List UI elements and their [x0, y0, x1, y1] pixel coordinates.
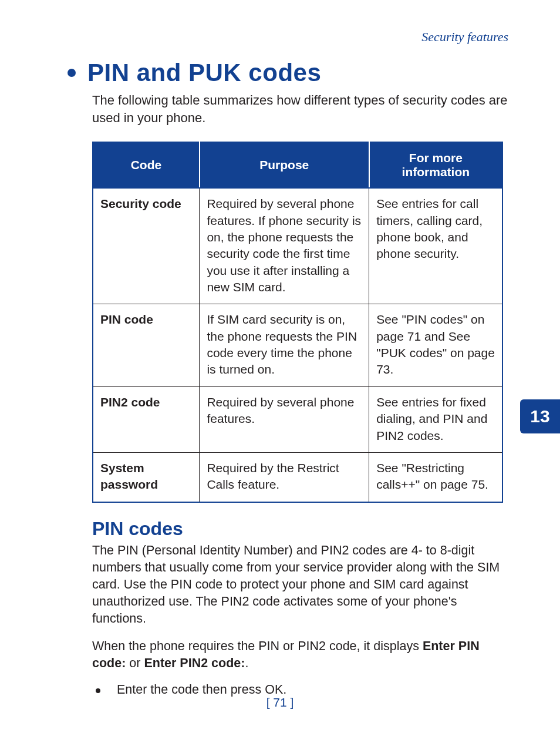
codes-table: Code Purpose For more information Securi…: [92, 142, 503, 502]
cell-info: See "PIN codes" on page 71 and See "PUK …: [369, 304, 502, 386]
cell-code: PIN code: [93, 304, 200, 386]
text: When the phone requires the PIN or PIN2 …: [92, 639, 423, 653]
cell-info: See entries for call timers, calling car…: [369, 188, 502, 304]
text: .: [283, 682, 286, 697]
cell-purpose: If SIM card security is on, the phone re…: [200, 304, 369, 386]
bullet-icon: [96, 688, 100, 693]
table-header-row: Code Purpose For more information: [93, 142, 502, 188]
table-row: System password Required by the Restrict…: [93, 452, 502, 502]
page-title-row: PIN and PUK codes: [68, 59, 508, 87]
page-title: PIN and PUK codes: [87, 59, 321, 87]
paragraph: The PIN (Personal Identity Number) and P…: [92, 542, 508, 627]
table-row: Security code Required by several phone …: [93, 188, 502, 304]
cell-info: See "Restricting calls++" on page 75.: [369, 452, 502, 502]
cell-purpose: Required by several phone features. If p…: [200, 188, 369, 304]
bullet-icon: [68, 69, 76, 77]
table-row: PIN2 code Required by several phone feat…: [93, 386, 502, 452]
cell-code: Security code: [93, 188, 200, 304]
cell-info: See entries for fixed dialing, and PIN a…: [369, 386, 502, 452]
th-purpose: Purpose: [200, 142, 369, 188]
subheading: PIN codes: [92, 518, 508, 540]
cell-code: PIN2 code: [93, 386, 200, 452]
text: Enter the code then press: [117, 682, 265, 697]
page: Security features PIN and PUK codes The …: [0, 0, 560, 733]
table-row: PIN code If SIM card security is on, the…: [93, 304, 502, 386]
cell-purpose: Required by the Restrict Calls feature.: [200, 452, 369, 502]
list-item: Enter the code then press OK.: [92, 682, 508, 697]
paragraph: When the phone requires the PIN or PIN2 …: [92, 638, 508, 672]
intro-paragraph: The following table summarizes how diffe…: [92, 92, 508, 126]
text: .: [245, 656, 248, 670]
cell-purpose: Required by several phone features.: [200, 386, 369, 452]
list-item-text: Enter the code then press OK.: [117, 682, 286, 697]
page-number: [ 71 ]: [0, 695, 560, 710]
th-code: Code: [93, 142, 200, 188]
bold-text: Enter PIN2 code:: [144, 656, 245, 670]
th-info: For more information: [369, 142, 502, 188]
bold-text: OK: [265, 682, 283, 697]
text: or: [126, 656, 144, 670]
cell-code: System password: [93, 452, 200, 502]
chapter-tab: 13: [520, 399, 560, 433]
section-label: Security features: [68, 29, 508, 45]
